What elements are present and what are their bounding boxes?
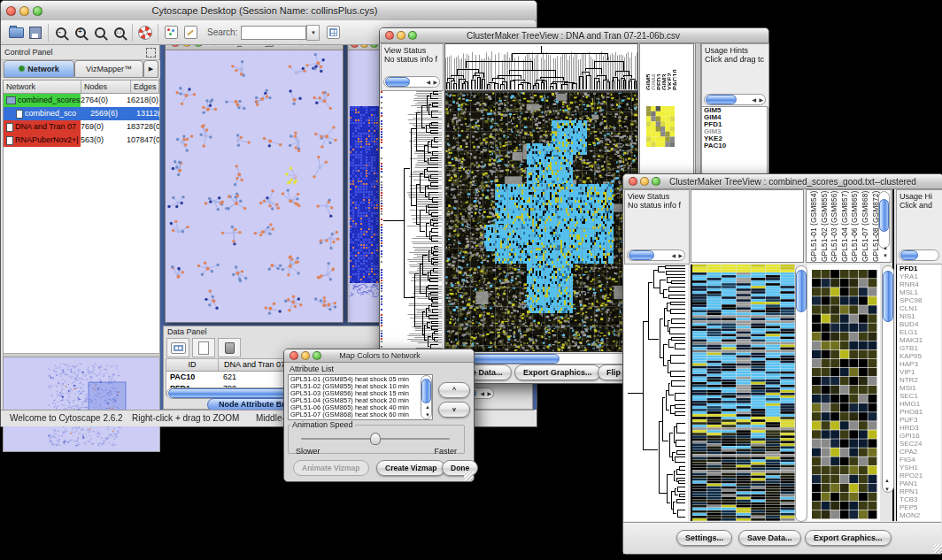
- tab-network[interactable]: Network: [4, 60, 74, 78]
- treeview1-titlebar[interactable]: ClusterMaker TreeView : DNA and Tran 07-…: [380, 28, 768, 43]
- tv2-heatmap-scrollbar[interactable]: [795, 265, 807, 522]
- overview-canvas[interactable]: [4, 357, 159, 451]
- scroll-up-icon[interactable]: ▲: [884, 477, 890, 484]
- column-label[interactable]: GPL51-06 (GSM865): [850, 190, 861, 262]
- column-label[interactable]: GPL51-04 (GSM857): [840, 190, 851, 262]
- gene-label[interactable]: PAC10: [702, 142, 767, 150]
- attribute-select-button[interactable]: [166, 338, 189, 357]
- network-window1-titlebar[interactable]: combined_scores_good.txt--cluste...: [166, 45, 343, 50]
- tv1-hints-scrollbar[interactable]: ◀▶: [704, 94, 766, 105]
- scroll-left-icon[interactable]: ◀: [426, 79, 430, 86]
- gene-label[interactable]: PAN1: [897, 479, 941, 487]
- gene-label[interactable]: MSL1: [897, 288, 941, 296]
- tv2-heatmap[interactable]: [691, 265, 795, 521]
- treeview-button[interactable]: Save Data...: [738, 530, 801, 546]
- column-label[interactable]: PAC10: [671, 44, 676, 90]
- tv2-labels-scrollbar[interactable]: [878, 191, 890, 249]
- tab-vizmapper[interactable]: VizMapper™: [74, 60, 143, 78]
- zoom-fit-button[interactable]: [90, 23, 110, 42]
- window-controls[interactable]: [1, 6, 42, 16]
- resize-grip[interactable]: [933, 544, 942, 553]
- move-down-button[interactable]: v: [438, 402, 470, 418]
- network-table-row[interactable]: DNA and Tran 07 769(0) 183728(0): [4, 120, 159, 134]
- attribute-list-item[interactable]: GPL51-07 (GSM868) heat shock 60 min: [289, 411, 432, 418]
- gene-label[interactable]: MSI1: [897, 384, 941, 392]
- gene-label[interactable]: SEC24: [897, 440, 941, 448]
- treeview-button[interactable]: Settings...: [676, 530, 732, 546]
- column-label[interactable]: GPL51-03 (GSM856): [830, 190, 840, 262]
- gene-label[interactable]: YSH1: [897, 464, 941, 472]
- attribute-browser-button[interactable]: [323, 23, 343, 42]
- tv2-row-dendrogram[interactable]: [624, 265, 688, 521]
- gene-label[interactable]: PFD1: [897, 265, 941, 272]
- gene-label[interactable]: RPO21: [897, 472, 941, 479]
- network-table-row[interactable]: combined_sco 2569(6) 13112(15): [4, 107, 159, 120]
- save-session-button[interactable]: [26, 23, 45, 42]
- scroll-right-icon[interactable]: ▶: [678, 252, 683, 259]
- scroll-left-icon[interactable]: ◀: [480, 390, 484, 397]
- tv2-hints-scrollbar[interactable]: [899, 249, 939, 261]
- network-table-row[interactable]: RNAPuberNov2+| 563(0) 107847(0): [4, 134, 159, 147]
- gene-label[interactable]: MON2: [897, 511, 941, 519]
- tv1-heatmap[interactable]: [444, 91, 638, 352]
- search-input[interactable]: [241, 26, 306, 40]
- scroll-right-icon[interactable]: ▶: [487, 390, 491, 397]
- tab-overflow-button[interactable]: ▶: [143, 60, 158, 78]
- gene-label[interactable]: VIP1: [897, 368, 941, 376]
- scroll-down-icon[interactable]: ▼: [425, 411, 430, 418]
- scroll-left-icon[interactable]: ◀: [671, 252, 676, 259]
- move-up-button[interactable]: ^: [438, 382, 470, 398]
- gene-label[interactable]: TCB3: [897, 495, 941, 503]
- resize-grip[interactable]: [464, 472, 473, 480]
- tv2-gene-scrollbar[interactable]: [882, 265, 894, 493]
- tv1-status-scrollbar[interactable]: ◀▶: [383, 76, 440, 88]
- column-label[interactable]: GPL51-01 (GSM854): [809, 190, 820, 262]
- help-button[interactable]: [135, 23, 155, 42]
- gene-label[interactable]: HMG1: [897, 400, 941, 408]
- gene-label[interactable]: SPC98: [897, 296, 941, 304]
- column-label[interactable]: GPL51-07 (GSM868): [861, 190, 871, 262]
- gene-label[interactable]: GPI16: [897, 432, 941, 440]
- tv2-status-scrollbar[interactable]: ◀▶: [627, 249, 685, 261]
- vizmapper-button[interactable]: [161, 23, 181, 42]
- gene-label[interactable]: NIS1: [897, 312, 941, 320]
- search-dropdown-button[interactable]: ▼: [306, 25, 320, 41]
- gene-label[interactable]: CPA2: [897, 448, 941, 456]
- tv1-zoom-heatmap[interactable]: [646, 106, 675, 147]
- gene-label[interactable]: CLN1: [897, 304, 941, 312]
- delete-attribute-button[interactable]: [218, 338, 241, 357]
- gene-label[interactable]: RPN1: [897, 487, 941, 495]
- gene-label[interactable]: NTR2: [897, 376, 941, 384]
- gene-label[interactable]: FIG4: [897, 456, 941, 464]
- scroll-up-icon[interactable]: ▲: [425, 403, 430, 410]
- create-vizmap-button[interactable]: Create Vizmap: [376, 460, 445, 476]
- zoom-in-button[interactable]: +: [71, 23, 90, 42]
- scroll-up-icon[interactable]: ▲: [883, 244, 888, 251]
- network-table-row[interactable]: combined_scores 2764(0) 16218(0): [4, 94, 159, 107]
- gene-label[interactable]: PHO81: [897, 408, 941, 416]
- tv1-column-dendrogram[interactable]: [444, 43, 638, 91]
- tv1-row-dendrogram[interactable]: [381, 91, 442, 350]
- gene-label[interactable]: HAP3: [897, 360, 941, 368]
- gene-label[interactable]: MAK31: [897, 336, 941, 344]
- gene-label[interactable]: YRA1: [897, 272, 941, 280]
- treeview-button[interactable]: Export Graphics...: [514, 364, 601, 380]
- zoom-out-button[interactable]: -: [51, 23, 71, 42]
- network-table-header[interactable]: Network Nodes Edges: [4, 81, 159, 94]
- column-header-id[interactable]: ID: [166, 359, 219, 371]
- treeview2-titlebar[interactable]: ClusterMaker TreeView : combined_scores_…: [623, 174, 942, 189]
- treeview-button[interactable]: Export Graphics...: [805, 530, 892, 546]
- float-panel-icon[interactable]: [146, 48, 156, 58]
- network-overview[interactable]: [3, 357, 160, 452]
- scroll-down-icon[interactable]: ▼: [883, 252, 888, 259]
- gene-label[interactable]: ELG1: [897, 328, 941, 336]
- column-label[interactable]: GPL51-02 (GSM855): [820, 190, 830, 262]
- scroll-right-icon[interactable]: ▶: [759, 96, 763, 104]
- scroll-left-icon[interactable]: ◀: [752, 96, 756, 104]
- gene-label[interactable]: SEC1: [897, 392, 941, 400]
- gene-label[interactable]: PUF3: [897, 416, 941, 424]
- attribute-listbox[interactable]: GPL51-01 (GSM854) heat shock 05 minGPL51…: [288, 374, 433, 420]
- speed-slider-thumb[interactable]: [370, 433, 381, 445]
- gene-label[interactable]: RNR4: [897, 280, 941, 288]
- gene-label[interactable]: KAP95: [897, 352, 941, 360]
